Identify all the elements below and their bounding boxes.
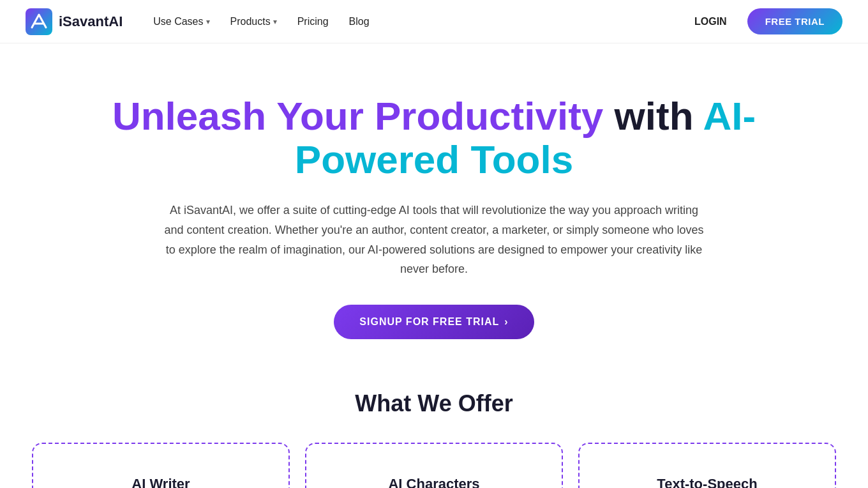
- section-title: What We Offer: [0, 390, 868, 417]
- signup-button[interactable]: SIGNUP FOR FREE TRIAL ›: [334, 305, 534, 339]
- cards-container: AI Writer Our AI writer is here to spark…: [0, 443, 868, 488]
- free-trial-button[interactable]: FREE TRIAL: [747, 8, 842, 34]
- svg-rect-0: [26, 8, 52, 35]
- card-ai-characters-title: AI Characters: [329, 476, 539, 488]
- products-chevron-icon: ▾: [273, 17, 277, 26]
- hero-section: Unleash Your Productivity with AI-Powere…: [83, 43, 785, 377]
- logo-link[interactable]: iSavantAI: [26, 8, 123, 35]
- nav-blog[interactable]: Blog: [341, 11, 377, 33]
- card-text-to-speech: Text-to-Speech Our text-to-speech techno…: [578, 443, 836, 488]
- card-ai-writer-title: AI Writer: [56, 476, 266, 488]
- card-ai-writer: AI Writer Our AI writer is here to spark…: [32, 443, 290, 488]
- nav-pricing[interactable]: Pricing: [290, 11, 336, 33]
- use-cases-chevron-icon: ▾: [206, 17, 210, 26]
- nav-products[interactable]: Products ▾: [223, 11, 285, 33]
- hero-description: At iSavantAI, we offer a suite of cuttin…: [160, 201, 708, 278]
- card-ai-characters: AI Characters Dive into conversations wi…: [305, 443, 563, 488]
- nav-right: LOGIN FREE TRIAL: [684, 8, 842, 34]
- logo-icon: [26, 8, 52, 35]
- nav-use-cases[interactable]: Use Cases ▾: [146, 11, 217, 33]
- logo-text: iSavantAI: [59, 13, 123, 30]
- arrow-icon: ›: [504, 316, 508, 328]
- navbar: iSavantAI Use Cases ▾ Products ▾ Pricing…: [0, 0, 868, 43]
- nav-links: Use Cases ▾ Products ▾ Pricing Blog: [146, 11, 377, 33]
- hero-title: Unleash Your Productivity with AI-Powere…: [108, 95, 760, 181]
- hero-title-part1: Unleash Your Productivity: [112, 94, 603, 138]
- login-button[interactable]: LOGIN: [684, 11, 737, 33]
- card-text-to-speech-title: Text-to-Speech: [602, 476, 812, 488]
- what-we-offer-section: What We Offer AI Writer Our AI writer is…: [0, 390, 868, 488]
- nav-left: iSavantAI Use Cases ▾ Products ▾ Pricing…: [26, 8, 377, 35]
- hero-title-part2: with: [615, 94, 694, 138]
